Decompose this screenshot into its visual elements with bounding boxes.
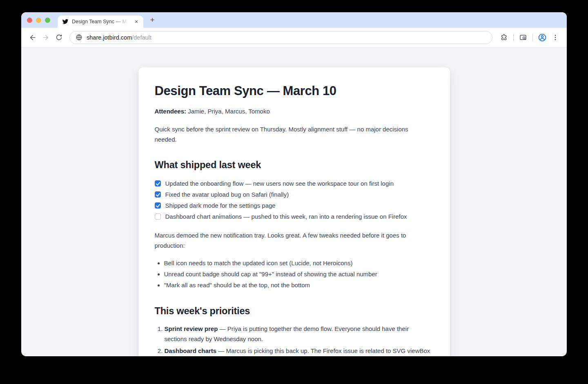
checklist-item: Fixed the avatar upload bug on Safari (f… [155,189,430,200]
priority-title: Sprint review prep [165,325,218,332]
back-button[interactable] [26,31,39,44]
browser-window: Design Team Sync — March 10 × + [21,12,567,356]
forward-arrow-icon [42,33,50,42]
browser-toolbar: share.jotbird.com/default [21,28,567,47]
checklist-item-label: Shipped dark mode for the settings page [165,202,276,210]
checkbox[interactable] [155,191,161,198]
url-host: share.jotbird.com [87,34,132,41]
three-dot-menu-icon [552,34,559,41]
attendees-value: Jamie, Priya, Marcus, Tomoko [186,108,270,115]
shipped-checklist: Updated the onboarding flow — new users … [155,178,430,222]
close-tab-icon[interactable]: × [133,18,140,25]
new-tab-button[interactable]: + [147,14,158,26]
checklist-item: Shipped dark mode for the settings page [155,200,430,211]
checklist-item-label: Updated the onboarding flow — new users … [165,180,394,188]
profile-avatar-icon [538,33,547,42]
extensions-button[interactable] [497,31,510,44]
priority-item: Dashboard charts — Marcus is picking thi… [165,346,430,356]
minimize-window-button[interactable] [36,18,41,23]
document-card: Design Team Sync — March 10 Attendees: J… [138,67,450,356]
panel-search-icon [519,33,527,42]
section-heading-shipped: What shipped last week [155,160,430,171]
checkbox[interactable] [155,202,161,209]
attendees-label: Attendees: [155,108,187,115]
priority-title: Dashboard charts [165,347,217,354]
close-window-button[interactable] [27,18,32,23]
tweaks-list: Bell icon needs to match the updated ico… [155,257,430,291]
intro-paragraph: Quick sync before the sprint review on T… [155,124,430,144]
priorities-list: Sprint review prep — Priya is putting to… [155,324,430,356]
list-item: Unread count badge should cap at "99+" i… [164,269,430,280]
profile-button[interactable] [536,31,549,44]
page-content[interactable]: Design Team Sync — March 10 Attendees: J… [21,47,567,356]
checklist-item-label: Fixed the avatar upload bug on Safari (f… [165,191,289,199]
globe-icon [76,34,82,41]
toolbar-divider [532,34,533,41]
back-arrow-icon [29,33,37,42]
url-path: /default [132,34,151,41]
puzzle-icon [500,33,508,42]
list-item: "Mark all as read" should be at the top,… [164,280,430,291]
browser-tab[interactable]: Design Team Sync — March 10 × [58,16,143,28]
section-heading-priorities: This week's priorities [155,306,430,317]
toolbar-divider [513,34,514,41]
url-text: share.jotbird.com/default [87,34,151,41]
bird-favicon-icon [62,18,69,25]
checklist-item: Dashboard chart animations — pushed to t… [155,211,430,222]
checkbox[interactable] [155,213,161,220]
zoom-window-button[interactable] [45,18,50,23]
tab-title: Design Team Sync — March 10 [72,19,129,24]
page-title: Design Team Sync — March 10 [155,84,430,98]
address-bar[interactable]: share.jotbird.com/default [69,31,492,44]
list-item: Bell icon needs to match the updated ico… [164,257,430,269]
priority-item: Sprint review prep — Priya is putting to… [165,324,430,344]
tab-strip: Design Team Sync — March 10 × + [21,12,567,28]
checkbox[interactable] [155,180,161,186]
checklist-item-label: Dashboard chart animations — pushed to t… [165,213,407,221]
reload-button[interactable] [52,31,65,44]
reload-icon [55,33,63,41]
search-side-panel-button[interactable] [517,31,530,44]
forward-button[interactable] [39,31,52,44]
demo-note-paragraph: Marcus demoed the new notification tray.… [155,230,430,251]
checklist-item: Updated the onboarding flow — new users … [155,178,430,189]
browser-menu-button[interactable] [549,31,562,44]
attendees-line: Attendees: Jamie, Priya, Marcus, Tomoko [155,108,430,115]
window-controls [27,18,50,23]
